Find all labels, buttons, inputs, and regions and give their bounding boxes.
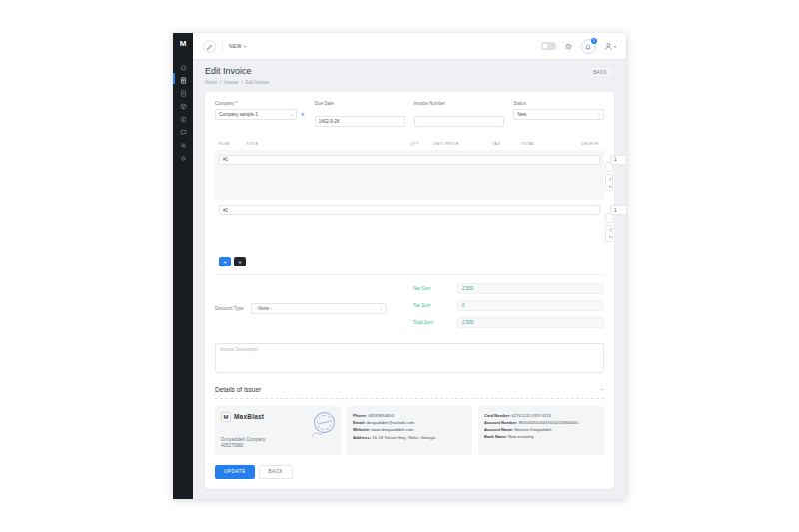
due-date-field: Due Date [315,101,405,127]
total-sum-label: Total Sum [413,320,451,325]
account-number-line: Account Number: IR0505050160470104133664… [484,419,598,426]
qty-input[interactable] [610,205,626,215]
issuer-section-title: Details of issuer [215,386,261,393]
compose-button[interactable] [203,40,216,53]
row-number-input[interactable] [219,205,600,215]
gear-icon [564,37,573,55]
item-description-textarea[interactable]: The central core of the dynamic store si… [605,174,613,191]
due-date-input[interactable] [315,116,405,127]
breadcrumb-home[interactable]: Home [205,80,217,85]
company-select-value: Company sample 2 [219,112,258,117]
add-item-button[interactable]: + [219,257,231,266]
account-number-label: Account Number: [484,420,518,425]
account-name-line: Account Name: Hossein Donyadideh [484,426,598,433]
chevron-down-icon: ▾ [614,44,616,49]
summary-section: Discount Type - None - ↕ Net Sum 2,500 [215,283,604,334]
bank-name-line: Bank Name: New economy [484,433,598,440]
website-label: Website: [353,427,370,432]
account-number-value: IR0505050160470104133664001 [519,420,579,425]
stamp-icon [312,410,337,435]
sidebar-item-settings[interactable] [173,150,193,163]
company-select[interactable]: Company sample 2 ↕ [215,109,297,120]
brand-logo: M [221,412,231,422]
status-select[interactable]: New ↕ [513,109,604,120]
select-arrows-icon: ↕ [380,306,382,311]
footer-credit: Developer & Designer | [368,499,411,500]
topbar-divider [222,40,223,52]
back-button[interactable]: BACK [259,465,294,479]
table-row: The central core of the dynamic personal… [215,200,604,251]
status-select-value: New [517,112,526,117]
sum-fields: Net Sum 2,500 Tax Sum 0 Total Sum 2,500 [413,283,604,334]
col-tax: TAX [492,141,516,146]
website-line: Website: www.donyaadideh.com [353,426,466,433]
screenshot-canvas: M [0,0,799,532]
issuer-contact-card: Phone: 09193654654 Email: donyadideh@out… [347,406,472,455]
phone-label: Phone: [353,413,367,418]
new-dropdown[interactable]: NEW ▾ [229,43,246,49]
topbar: NEW ▾ 2 ▾ [193,33,626,59]
bank-name-value: New economy [508,434,533,439]
footer-credit-link[interactable]: Hossein Donyadideh [412,499,451,500]
select-arrows-icon: ↕ [290,112,292,117]
total-sum-row: Total Sum 2,500 [413,317,604,328]
total-sum-value: 2,500 [457,317,604,328]
breadcrumb: Home / Invoice / Edit Invoice [205,80,269,85]
discount-select[interactable]: - None - ↕ [251,303,386,314]
col-unit-price: UNIT PRICE [433,141,487,146]
status-label: Status [513,101,604,106]
website-value: www.donyaadideh.com [372,427,414,432]
invoice-card: Company * Company sample 2 ↕ + Due Date [205,92,614,489]
breadcrumb-invoice[interactable]: Invoice [224,80,238,85]
issuer-bank-card: Card Number: 6274-1211-9197-6125 Account… [478,406,604,455]
main-column: NEW ▾ 2 ▾ [193,33,626,499]
col-row: ROW [219,141,241,146]
item-description-textarea[interactable]: The central core of the dynamic personal… [605,225,613,242]
account-name-label: Account Name: [484,427,513,432]
discount-field: Discount Type - None - ↕ [215,283,387,334]
add-item-secondary-button[interactable]: + [234,257,246,266]
page-content: Edit Invoice Home / Invoice / Edit Invoi… [193,59,626,499]
footer: Developer & Designer | Hossein Donyadide… [205,499,614,500]
brand-name: MaxBlast [234,413,264,420]
company-label: Company * [215,101,306,106]
user-menu[interactable]: ▾ [604,37,616,55]
items-table-header: ROW TITLE QTY UNIT PRICE TAX TOTAL DELET… [215,138,604,150]
net-sum-row: Net Sum 2,500 [413,283,604,294]
breadcrumb-separator: / [242,80,243,85]
tax-sum-row: Tax Sum 0 [413,300,604,311]
back-top-button[interactable]: BACK [586,66,614,78]
user-icon [604,37,613,55]
col-qty: QTY [410,141,428,146]
row-number-input[interactable] [219,155,600,165]
section-divider [215,274,604,275]
invoice-description-textarea[interactable] [215,343,604,373]
collapse-icon[interactable]: − [600,386,604,392]
add-company-button[interactable]: + [300,111,306,118]
tax-sum-value: 0 [457,300,604,311]
topbar-right: 2 ▾ [541,37,616,55]
qty-input[interactable] [610,155,626,165]
notifications-button[interactable]: 2 [581,39,596,54]
issuer-cards: M MaxBlast Donyadideh Co [215,406,604,455]
net-sum-label: Net Sum [413,286,451,291]
update-button[interactable]: UPDATE [215,465,255,479]
new-dropdown-label: NEW [229,43,242,49]
email-value: donyadideh@outlook.com [367,420,414,425]
account-name-value: Hossein Donyadideh [514,427,551,432]
status-field: Status New ↕ [513,101,604,127]
breadcrumb-current: Edit Invoice [246,80,269,85]
due-date-label: Due Date [315,101,405,106]
email-label: Email: [353,420,366,425]
theme-toggle[interactable] [541,42,556,50]
phone-value: 09193654654 [368,413,394,418]
issuer-section-header: Details of issuer − [215,386,604,399]
settings-button[interactable] [564,37,573,55]
invoice-number-label: Invoice Number [414,101,505,106]
pencil-icon [206,37,213,55]
invoice-number-input[interactable] [414,116,505,127]
discount-label: Discount Type [215,306,243,311]
company-field: Company * Company sample 2 ↕ + [215,101,306,127]
app-logo: M [180,38,187,50]
breadcrumb-separator: / [220,80,221,85]
